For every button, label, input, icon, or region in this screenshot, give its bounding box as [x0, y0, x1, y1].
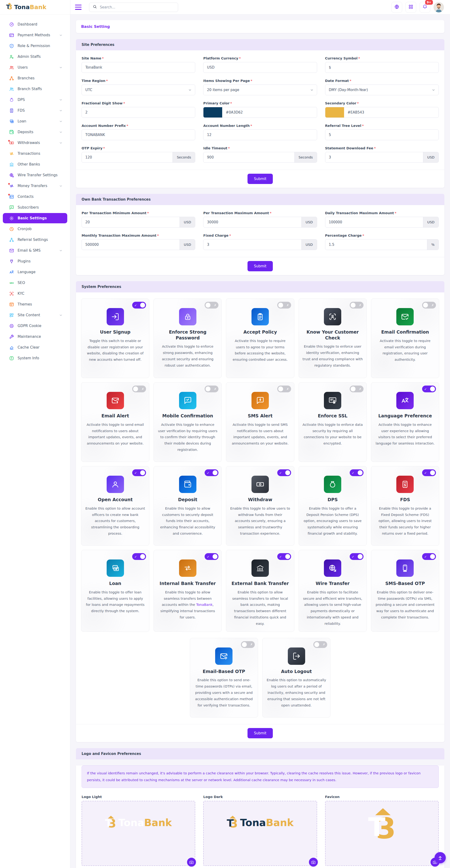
- sidebar-item-other-banks[interactable]: Other Banks: [3, 159, 67, 169]
- toggle-switch[interactable]: ✓: [350, 553, 364, 560]
- toggle-switch[interactable]: ✗: [350, 385, 364, 392]
- color-swatch[interactable]: [325, 107, 344, 118]
- gear-icon: [9, 216, 14, 221]
- toggle-switch[interactable]: ✗: [205, 385, 219, 392]
- sidebar-item-deposits[interactable]: Deposits: [3, 127, 67, 137]
- sidebar-item-referral-settings[interactable]: Referral Settings: [3, 235, 67, 245]
- camera-upload-button[interactable]: [186, 857, 197, 867]
- sidebar-item-fds[interactable]: $FDS: [3, 105, 67, 116]
- text-input[interactable]: [325, 152, 423, 162]
- toggle-switch[interactable]: ✗: [313, 641, 327, 648]
- sidebar-item-money-transfers[interactable]: Money Transfers: [3, 181, 67, 191]
- sidebar-item-admin-staffs[interactable]: Admin Staffs: [3, 52, 67, 62]
- upload-dropzone[interactable]: 3TTonaBank: [203, 801, 317, 866]
- select-input[interactable]: 20 items per page: [203, 85, 317, 95]
- apps-grid-button[interactable]: [405, 2, 416, 13]
- sidebar-item-contacts[interactable]: Contacts: [3, 191, 67, 202]
- cross-icon: ✗: [359, 304, 361, 307]
- text-input[interactable]: [325, 130, 439, 140]
- toggle-switch[interactable]: ✓: [132, 302, 146, 309]
- sidebar-item-basic-settings[interactable]: Basic Settings: [3, 213, 67, 223]
- text-input[interactable]: [203, 152, 294, 162]
- sidebar-item-wire-transfer-settings[interactable]: Wire Transfer Settings: [3, 170, 67, 180]
- color-swatch[interactable]: [203, 107, 222, 118]
- search-input[interactable]: [100, 5, 175, 9]
- toggle-switch[interactable]: ✓: [422, 385, 436, 392]
- brand-logo[interactable]: 3T TonaBank: [0, 0, 70, 14]
- site-preferences-submit-button[interactable]: Submit: [248, 174, 273, 184]
- text-input[interactable]: [82, 130, 195, 140]
- text-input[interactable]: [82, 217, 179, 227]
- sidebar-item-subscribers[interactable]: Subscribers: [3, 202, 67, 213]
- toggle-switch[interactable]: ✓: [205, 469, 219, 476]
- hamburger-menu-icon[interactable]: [75, 5, 82, 10]
- toggle-switch[interactable]: ✓: [350, 469, 364, 476]
- scroll-to-top-button[interactable]: [434, 852, 446, 863]
- text-input[interactable]: [325, 217, 423, 227]
- text-input[interactable]: [325, 62, 439, 72]
- addon-input-group: Seconds: [203, 152, 317, 163]
- sidebar-item-withdrawals[interactable]: Withdrawals: [3, 137, 67, 148]
- feature-description-link[interactable]: TonaBank: [196, 603, 213, 607]
- sidebar-item-gdpr-cookie[interactable]: GDPR Cookie: [3, 321, 67, 331]
- toggle-switch[interactable]: ✓: [277, 469, 291, 476]
- text-input[interactable]: [82, 107, 195, 118]
- select-input[interactable]: UTC: [82, 85, 195, 95]
- notifications-button[interactable]: 9+: [420, 2, 430, 13]
- text-input[interactable]: [203, 217, 301, 227]
- sidebar-item-dashboard[interactable]: Dashboard: [3, 19, 67, 30]
- brand-monogram-icon: 3T: [227, 816, 238, 830]
- user-avatar[interactable]: [433, 2, 444, 12]
- text-input[interactable]: [82, 152, 172, 162]
- sidebar-item-seo[interactable]: SEOSEO: [3, 278, 67, 288]
- sidebar-item-role-permission[interactable]: Role & Permission: [3, 41, 67, 51]
- sidebar-item-transactions[interactable]: Transactions: [3, 148, 67, 159]
- sidebar-item-site-content[interactable]: Site Content: [3, 310, 67, 320]
- upload-dropzone[interactable]: 3T: [325, 801, 439, 866]
- sidebar-item-branch-staffs[interactable]: Branch Staffs: [3, 84, 67, 94]
- upload-favicon: Favicon3T: [325, 793, 439, 866]
- toggle-switch[interactable]: ✓: [132, 553, 146, 560]
- toggle-switch[interactable]: ✗: [241, 641, 255, 648]
- toggle-switch[interactable]: ✗: [350, 302, 364, 309]
- toggle-switch[interactable]: ✓: [277, 553, 291, 560]
- toggle-switch[interactable]: ✗: [277, 302, 291, 309]
- sidebar-item-maintenance[interactable]: Maintenance: [3, 332, 67, 342]
- sidebar-item-payment-methods[interactable]: Payment Methods: [3, 30, 67, 40]
- sidebar-item-loan[interactable]: Loan: [3, 116, 67, 126]
- sidebar-item-system-info[interactable]: System Info: [3, 353, 67, 363]
- own-bank-submit-button[interactable]: Submit: [248, 261, 273, 271]
- text-input[interactable]: [82, 240, 179, 250]
- upload-dropzone[interactable]: 3TTonaBank: [82, 801, 195, 866]
- text-input[interactable]: [203, 130, 317, 140]
- color-hex-input[interactable]: [222, 107, 317, 118]
- text-input[interactable]: [203, 62, 317, 72]
- color-hex-input[interactable]: [344, 107, 439, 118]
- sidebar-item-cache-clear[interactable]: Cache Clear: [3, 342, 67, 352]
- toggle-switch[interactable]: ✗: [205, 302, 219, 309]
- sidebar-item-kyc[interactable]: KYC: [3, 288, 67, 299]
- select-input[interactable]: DMY (Day-Month-Year): [325, 85, 439, 95]
- toggle-switch[interactable]: ✓: [132, 469, 146, 476]
- sidebar-item-cronjob[interactable]: Cronjob: [3, 224, 67, 234]
- text-input[interactable]: [325, 240, 427, 250]
- sidebar-item-branches[interactable]: Branches: [3, 73, 67, 83]
- text-input[interactable]: [82, 62, 195, 72]
- sidebar-item-plugins[interactable]: Plugins: [3, 256, 67, 267]
- sidebar-item-dps[interactable]: DPS: [3, 95, 67, 105]
- language-globe-button[interactable]: [391, 2, 402, 13]
- toggle-switch[interactable]: ✓: [422, 553, 436, 560]
- toggle-switch[interactable]: ✗: [422, 302, 436, 309]
- toggle-switch[interactable]: ✗: [277, 385, 291, 392]
- sidebar-item-email-sms[interactable]: Email & SMS: [3, 245, 67, 256]
- sidebar-item-users[interactable]: Users: [3, 62, 67, 72]
- toggle-switch[interactable]: ✗: [132, 385, 146, 392]
- text-input[interactable]: [203, 240, 301, 250]
- toggle-switch[interactable]: ✓: [422, 469, 436, 476]
- camera-upload-button[interactable]: [308, 857, 318, 867]
- system-preferences-submit-button[interactable]: Submit: [248, 728, 273, 738]
- toggle-switch[interactable]: ✓: [205, 553, 219, 560]
- sidebar-item-language[interactable]: Language: [3, 267, 67, 277]
- search-box[interactable]: [89, 3, 178, 12]
- sidebar-item-themes[interactable]: Themes: [3, 299, 67, 309]
